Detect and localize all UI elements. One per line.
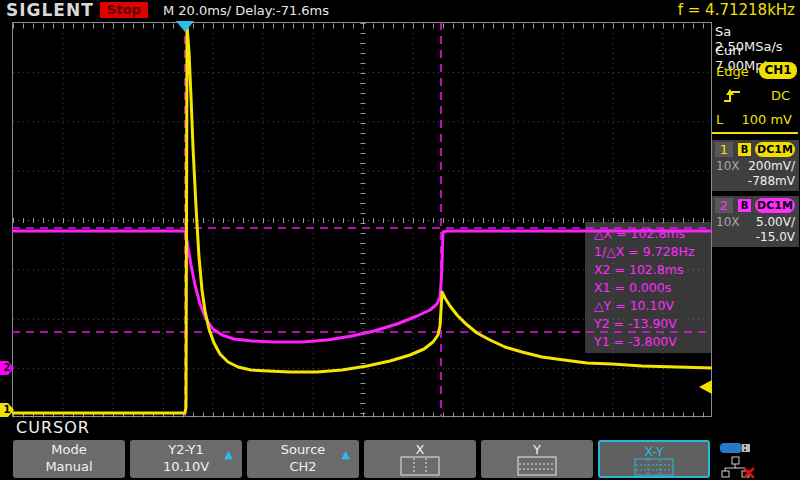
frequency-counter: f = 4.71218kHz [678,1,795,19]
status-icons [720,440,780,480]
menu-button-y-cursor[interactable]: Y [481,440,593,478]
button-label: Y [481,442,593,457]
button-value: CH2 [247,459,359,474]
acquisition-status-badge[interactable]: Stop [100,2,148,18]
ch2-coupling-badge: DC1M [755,198,795,213]
lan-disconnected-icon [720,456,756,478]
menu-title: CURSOR [16,418,90,437]
adjust-arrow-icon: ▲ [225,448,233,461]
ch1-info-box[interactable]: 1 B DC1M 10X 200mV/ -788mV [712,140,799,191]
x-cursor-icon [364,456,476,479]
trigger-level-row: L 100 mV [712,112,800,127]
ch1-offset: -788mV [748,174,795,188]
xy-cursor-icon [600,458,708,479]
cursor-delta-y: △Y = 10.10V [594,297,712,315]
trigger-section-underline [712,132,798,134]
trigger-coupling-row: DC [712,88,800,104]
y-cursor-icon [481,456,593,479]
button-value: Manual [13,459,125,474]
trigger-level-value: 100 mV [741,112,792,127]
cursor-readout-panel: △X = 102.8ms 1/△X = 9.728Hz X2 = 102.8ms… [585,222,712,353]
cursor-y1: Y1 = -3.800V [594,333,712,351]
ch1-coupling-badge: DC1M [755,142,795,157]
trigger-coupling: DC [771,88,790,103]
trigger-type: Edge [716,64,749,79]
top-bar: SIGLENT Stop M 20.0ms/ Delay:-71.6ms f =… [0,0,800,20]
trigger-level-marker-icon[interactable] [699,380,712,394]
menu-button-x-cursor[interactable]: X [364,440,476,478]
menu-button-xy-cursor[interactable]: X-Y [598,440,710,478]
graticule-area [12,22,712,417]
timebase-readout: M 20.0ms/ Delay:-71.6ms [163,3,329,18]
menu-button-y2y1[interactable]: Y2-Y1 10.10V ▲ [130,440,242,478]
adjust-arrow-icon: ▲ [342,448,350,461]
cursor-inv-delta-x: 1/△X = 9.728Hz [594,243,712,261]
ch2-number: 2 [715,198,733,213]
status-sidebar: Sa 2.50MSa/s Curr 7.00Mpts Edge CH1 DC L… [712,20,800,420]
ch1-probe-factor: 10X [716,159,740,173]
ch1-volts-per-div: 200mV/ [748,159,795,173]
rising-edge-icon [722,88,742,103]
ch1-number: 1 [715,142,733,157]
ch2-volts-per-div: 5.00V/ [756,215,795,229]
trigger-type-row: Edge CH1 [712,64,800,79]
ch2-offset: -15.0V [756,230,795,244]
cursor-y2: Y2 = -13.90V [594,315,712,333]
ch2-bandwidth-badge: B [738,199,751,212]
button-label: X-Y [600,444,708,459]
cursor-x2: X2 = 102.8ms [594,261,712,279]
graticule-svg [13,23,713,418]
trigger-source-badge: CH1 [759,62,797,79]
button-label: Mode [13,442,125,457]
trigger-level-label: L [716,112,723,127]
trigger-position-marker-icon[interactable] [176,21,194,32]
button-value: 10.10V [130,459,242,474]
cursor-x1: X1 = 0.000s [594,279,712,297]
button-label: X [364,442,476,457]
usb-icon [720,441,754,455]
menu-button-mode[interactable]: Mode Manual [13,440,125,478]
menu-button-source[interactable]: Source CH2 ▲ [247,440,359,478]
ch2-probe-factor: 10X [716,215,740,229]
oscilloscope-screen: SIGLENT Stop M 20.0ms/ Delay:-71.6ms f =… [0,0,800,480]
brand-logo: SIGLENT [6,0,94,20]
cursor-delta-x: △X = 102.8ms [594,225,712,243]
ch2-info-box[interactable]: 2 B DC1M 10X 5.00V/ -15.0V [712,196,799,247]
ch1-bandwidth-badge: B [738,143,751,156]
